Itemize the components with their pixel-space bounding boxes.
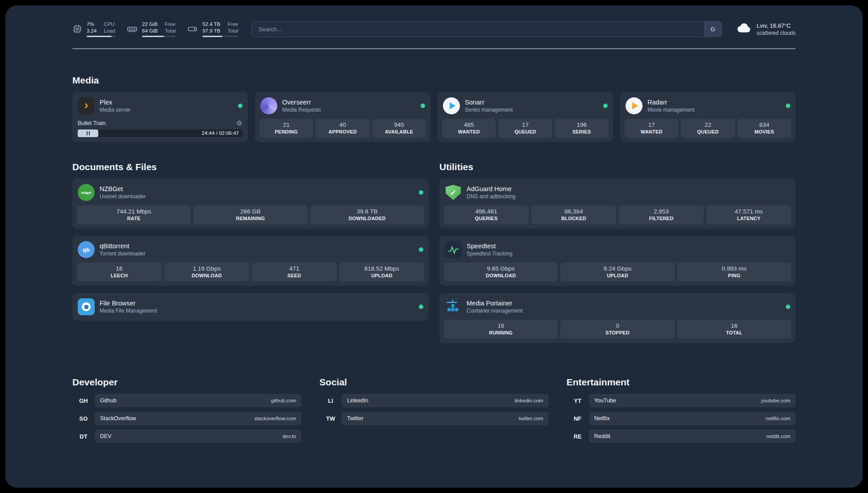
weather-widget: Lviv, 16.87°C scattered clouds: [735, 20, 796, 38]
service-card-portainer[interactable]: Media Portainer Container management 16 …: [439, 293, 796, 343]
section-utilities: Utilities ✓ AdGuard Home DNS and adblock…: [439, 162, 796, 350]
disk-progress-bar: [202, 36, 238, 37]
disk-free-value: 52.4 TB: [202, 21, 220, 28]
cpu-usage-percent: 7%: [87, 21, 96, 28]
stat-label: QUEUED: [683, 129, 733, 134]
service-name: NZBGet: [100, 185, 146, 192]
bookmark-name: Twitter: [347, 415, 363, 422]
bookmark-abbr: SO: [72, 415, 95, 422]
bookmark-group-title: Developer: [72, 377, 301, 388]
bookmark-name: Netflix: [594, 415, 610, 422]
bookmark-stackoverflow[interactable]: SO StackOverflow stackoverflow.com: [72, 412, 301, 425]
stat-value: 0.993 ms: [679, 265, 789, 272]
plex-now-playing: Bullet Train ⚙ 24:44 / 02:06:47: [77, 120, 243, 137]
stat-label: QUEUED: [500, 129, 550, 134]
memory-free-value: 22 GiB: [142, 21, 158, 28]
cpu-load-value: 3.24: [87, 28, 96, 34]
section-title-documents: Documents & Files: [72, 162, 429, 172]
gear-icon[interactable]: ⚙: [237, 120, 242, 126]
memory-progress-bar: [142, 36, 175, 37]
stat-value: 9.65 Gbps: [446, 265, 556, 272]
search-input[interactable]: [252, 21, 704, 37]
radarr-icon: [626, 97, 643, 114]
bookmark-netflix[interactable]: NF Netflix netflix.com: [567, 412, 796, 425]
stat-value: 498,461: [446, 208, 527, 215]
bookmark-group-social: Social LI LinkedIn linkedin.com TW Twitt…: [319, 377, 548, 447]
disk-free-label: Free: [228, 21, 238, 28]
stat-value: 618.52 Mbps: [341, 265, 422, 272]
bookmark-name: YouTube: [594, 397, 616, 404]
bookmark-abbr: RE: [567, 433, 589, 440]
overseerr-icon: [260, 97, 277, 114]
stat-value: 266 GB: [195, 208, 305, 215]
bookmark-dev[interactable]: DT DEV dev.to: [72, 430, 301, 443]
cpu-progress-fill: [87, 36, 112, 37]
adguard-icon: ✓: [445, 184, 462, 201]
service-card-plex[interactable]: › Plex Media server Bullet Train ⚙: [72, 92, 248, 142]
status-dot: [419, 305, 423, 309]
bookmark-linkedin[interactable]: LI LinkedIn linkedin.com: [319, 394, 548, 407]
stat-tile: 471 SEED: [252, 263, 337, 281]
status-dot: [603, 104, 608, 108]
stat-label: DOWNLOAD: [446, 273, 556, 278]
stat-tile: 9.65 Gbps DOWNLOAD: [444, 263, 558, 281]
service-card-speedtest[interactable]: Speedtest Speedtest Tracking 9.65 Gbps D…: [439, 236, 796, 286]
stat-label: STOPPED: [562, 330, 672, 335]
service-name: Sonarr: [465, 99, 513, 106]
stat-label: SERIES: [557, 129, 607, 134]
bookmark-github[interactable]: GH Github github.com: [72, 394, 301, 407]
section-media: Media › Plex Media server Bullet Tr: [72, 75, 796, 142]
stat-label: PING: [679, 273, 789, 278]
stat-value: 47.571 ms: [708, 208, 789, 215]
bookmark-reddit[interactable]: RE Reddit reddit.com: [567, 430, 796, 443]
stat-label: WANTED: [444, 129, 494, 134]
service-name: Media Portainer: [467, 300, 522, 307]
stat-tile: 0.993 ms PING: [677, 263, 791, 281]
search-provider-button[interactable]: G: [704, 21, 722, 37]
bookmark-name: StackOverflow: [100, 415, 136, 422]
status-dot: [786, 104, 790, 108]
bookmark-name: Github: [100, 397, 117, 404]
weather-condition: scattered clouds: [757, 30, 796, 36]
service-name: Speedtest: [467, 242, 513, 250]
cpu-load-label: Load: [104, 28, 115, 34]
playback-time: 24:44 / 02:06:47: [202, 130, 239, 137]
stat-value: 17: [500, 121, 550, 128]
section-title-utilities: Utilities: [439, 162, 796, 172]
service-desc: Movie management: [647, 107, 694, 113]
bookmark-youtube[interactable]: YT YouTube youtube.com: [567, 394, 796, 407]
pause-icon: [87, 131, 90, 135]
stat-label: BLOCKED: [533, 216, 614, 221]
bookmark-domain: reddit.com: [766, 434, 790, 439]
disk-total-label: Total: [228, 28, 238, 34]
stat-label: WANTED: [626, 129, 676, 134]
stat-value: 17: [626, 121, 676, 128]
stat-value: 945: [374, 121, 424, 128]
stat-label: QUERIES: [446, 216, 527, 221]
stat-value: 86,384: [533, 208, 614, 215]
service-card-filebrowser[interactable]: File Browser Media File Management: [72, 293, 429, 321]
service-card-qbittorrent[interactable]: qb qBittorrent Torrent downloader 16 LEE…: [72, 236, 429, 286]
service-card-nzbget[interactable]: nzbget NZBGet Usenet downloader 744.21 M…: [72, 179, 429, 229]
portainer-icon: [445, 298, 462, 315]
stat-value: 21: [261, 121, 311, 128]
stat-label: SEED: [254, 273, 335, 278]
bookmark-domain: twitter.com: [519, 416, 543, 421]
service-card-overseerr[interactable]: Overseerr Media Requests 21 PENDING 40 A…: [255, 92, 430, 142]
stat-tile: 196 SERIES: [555, 119, 609, 138]
stat-label: FILTERED: [621, 216, 702, 221]
bookmark-group-entertainment: Entertainment YT YouTube youtube.com NF …: [567, 377, 796, 447]
cpu-progress-bar: [87, 36, 115, 37]
memory-icon: [127, 24, 138, 34]
service-card-adguard[interactable]: ✓ AdGuard Home DNS and adblocking 498,46…: [439, 179, 796, 229]
service-card-radarr[interactable]: Radarr Movie management 17 WANTED 22 QUE…: [620, 92, 796, 142]
cloud-icon: [735, 20, 752, 38]
service-desc: Usenet downloader: [100, 193, 146, 200]
disk-total-value: 97.9 TB: [202, 28, 220, 34]
bookmark-twitter[interactable]: TW Twitter twitter.com: [319, 412, 548, 425]
search-bar: G: [252, 21, 722, 37]
bookmark-name: LinkedIn: [347, 397, 368, 404]
service-card-sonarr[interactable]: Sonarr Series management 485 WANTED 17 Q…: [438, 92, 613, 142]
stat-value: 1.19 Gbps: [166, 265, 247, 272]
header-divider: [72, 48, 796, 49]
